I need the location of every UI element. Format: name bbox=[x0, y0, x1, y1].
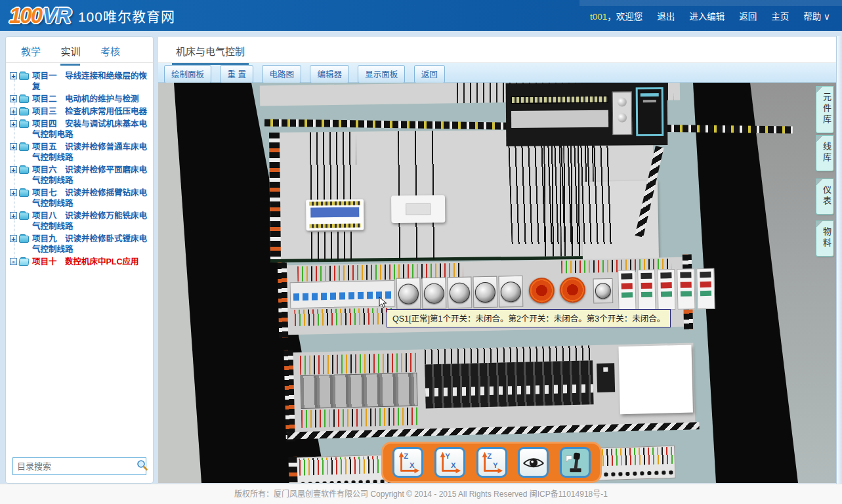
relay-module[interactable] bbox=[657, 269, 675, 310]
view-toolbar: Z X Y X Z Y bbox=[381, 442, 602, 483]
plc-wire-bundle bbox=[508, 146, 615, 244]
nav-home[interactable]: 主页 bbox=[771, 9, 789, 22]
content-tab-row: 机床与电气控制 bbox=[158, 37, 841, 63]
circuit-diagram-button[interactable]: 电路图 bbox=[262, 65, 301, 83]
folder-icon bbox=[19, 144, 29, 151]
expand-icon[interactable]: + bbox=[10, 143, 17, 150]
control-knob[interactable] bbox=[421, 277, 446, 309]
electrical-panel-relays bbox=[285, 343, 696, 435]
expand-icon[interactable]: + bbox=[10, 235, 17, 242]
axis-zx-icon: Z X bbox=[396, 450, 421, 475]
relay-module[interactable] bbox=[618, 270, 636, 311]
view-axis-yx-button[interactable]: Y X bbox=[434, 447, 465, 478]
control-knob[interactable] bbox=[473, 276, 497, 308]
axis-yx-icon: Y X bbox=[437, 450, 462, 475]
side-tab-component-library[interactable]: 元件库 bbox=[816, 86, 833, 133]
sidebar-tabs: 教学 实训 考核 bbox=[6, 37, 153, 63]
top-navigation: t001，欢迎您 退出 进入编辑 返回 主页 帮助 ∨ bbox=[590, 0, 830, 31]
junction-box bbox=[597, 363, 615, 392]
view-eye-button[interactable] bbox=[518, 447, 549, 478]
folder-icon bbox=[19, 167, 29, 174]
control-knob[interactable] bbox=[447, 276, 472, 308]
tab-training[interactable]: 实训 bbox=[60, 44, 80, 66]
side-tab-wire-library[interactable]: 线库 bbox=[816, 135, 833, 171]
content-tab-title[interactable]: 机床与电气控制 bbox=[172, 37, 249, 65]
tree-item-project-6[interactable]: +项目六 识读并检修平面磨床电气控制线路 bbox=[10, 165, 150, 186]
folder-icon bbox=[19, 190, 29, 197]
plc-terminal-bar bbox=[511, 110, 608, 128]
joystick-icon bbox=[563, 450, 588, 475]
svg-text:Z: Z bbox=[487, 452, 492, 460]
relay-bank-gray[interactable] bbox=[300, 373, 417, 409]
plc-module[interactable] bbox=[506, 83, 668, 146]
relay-bank-dark[interactable] bbox=[425, 360, 594, 408]
main-content-panel: 机床与电气控制 绘制面板 重 置 电路图 编辑器 显示面板 返回 bbox=[158, 36, 842, 484]
expand-icon[interactable]: + bbox=[10, 212, 17, 219]
folder-icon bbox=[19, 73, 29, 80]
svg-text:X: X bbox=[451, 461, 456, 469]
collapse-icon[interactable]: - bbox=[10, 258, 17, 265]
plc-power-supply bbox=[612, 91, 633, 135]
editor-button[interactable]: 编辑器 bbox=[310, 65, 349, 83]
emergency-stop-button[interactable] bbox=[559, 277, 585, 303]
sidebar-panel: 教学 实训 考核 +项目一 导线连接和绝缘层的恢复 +项目二 电动机的维护与检测… bbox=[5, 36, 154, 484]
tab-teaching[interactable]: 教学 bbox=[21, 44, 41, 64]
footer: 版权所有：厦门凤凰创壹软件有限公司 Copyright © 2014 - 201… bbox=[0, 484, 842, 504]
tree-item-project-5[interactable]: +项目五 识读并检修普通车床电气控制线路 bbox=[10, 142, 150, 163]
tab-assessment[interactable]: 考核 bbox=[100, 44, 120, 64]
mouse-cursor bbox=[377, 297, 389, 311]
contactor-component[interactable] bbox=[391, 195, 445, 223]
tree-item-project-2[interactable]: +项目二 电动机的维护与检测 bbox=[10, 94, 150, 104]
control-knob[interactable] bbox=[498, 276, 523, 308]
show-panel-button[interactable]: 显示面板 bbox=[358, 65, 405, 83]
nav-logout[interactable]: 退出 bbox=[657, 9, 675, 22]
relay-module[interactable] bbox=[637, 270, 656, 311]
nav-help[interactable]: 帮助 ∨ bbox=[803, 9, 830, 22]
svg-text:Z: Z bbox=[404, 452, 408, 460]
expand-icon[interactable]: + bbox=[10, 120, 17, 127]
plc-drive-unit bbox=[636, 87, 664, 136]
side-tab-materials[interactable]: 物料 bbox=[816, 220, 833, 257]
back-button[interactable]: 返回 bbox=[414, 65, 445, 83]
view-axis-zy-button[interactable]: Z Y bbox=[476, 447, 507, 478]
expand-icon[interactable]: + bbox=[10, 166, 17, 173]
paper-label bbox=[618, 345, 692, 414]
nav-enter-edit[interactable]: 进入编辑 bbox=[689, 9, 725, 22]
folder-icon bbox=[19, 121, 29, 128]
folder-icon bbox=[19, 96, 29, 103]
expand-icon[interactable]: + bbox=[10, 95, 17, 102]
tree-item-project-9[interactable]: +项目九 识读并检修卧式镗床电气控制线路 bbox=[10, 234, 150, 255]
tree-item-project-7[interactable]: +项目七 识读并检修摇臂钻床电气控制线路 bbox=[10, 188, 150, 209]
3d-viewport[interactable]: QS1[正常]第1个开关：未闭合。第2个开关：未闭合。第3个开关：未闭合。 bbox=[158, 83, 841, 483]
tree-item-project-1[interactable]: +项目一 导线连接和绝缘层的恢复 bbox=[10, 71, 150, 92]
tree-item-project-3[interactable]: +项目三 检查机床常用低压电器 bbox=[10, 106, 150, 117]
open-folder-icon bbox=[18, 259, 29, 266]
emergency-stop-button[interactable] bbox=[528, 278, 555, 304]
small-control-knob[interactable] bbox=[593, 278, 613, 304]
logo-vr: VR bbox=[43, 3, 70, 28]
terminal-component[interactable] bbox=[306, 200, 364, 231]
tree-item-project-8[interactable]: +项目八 识读并检修万能铣床电气控制线路 bbox=[10, 211, 150, 232]
search-icon[interactable] bbox=[137, 459, 151, 474]
expand-icon[interactable]: + bbox=[10, 189, 17, 196]
reset-button[interactable]: 重 置 bbox=[220, 65, 253, 83]
nav-back[interactable]: 返回 bbox=[739, 9, 757, 22]
relay-module[interactable] bbox=[696, 268, 715, 310]
view-tool-button[interactable] bbox=[560, 447, 591, 478]
search-input[interactable] bbox=[13, 461, 137, 471]
tree-item-project-4[interactable]: +项目四 安装与调试机床基本电气控制电路 bbox=[10, 119, 150, 140]
svg-text:X: X bbox=[409, 461, 414, 469]
view-axis-zx-button[interactable]: Z X bbox=[392, 447, 423, 478]
project-tree: +项目一 导线连接和绝缘层的恢复 +项目二 电动机的维护与检测 +项目三 检查机… bbox=[6, 63, 153, 267]
relay-module[interactable] bbox=[677, 268, 695, 310]
user-greeting: t001，欢迎您 bbox=[590, 9, 642, 22]
control-knob[interactable] bbox=[396, 278, 421, 310]
catalog-search-box bbox=[12, 457, 146, 475]
expand-icon[interactable]: + bbox=[10, 72, 17, 79]
tree-item-project-10[interactable]: -项目十 数控机床中PLC应用 bbox=[10, 257, 150, 267]
draw-panel-button[interactable]: 绘制面板 bbox=[164, 65, 211, 83]
scrollbar[interactable] bbox=[836, 36, 842, 484]
side-tab-instruments[interactable]: 仪表 bbox=[816, 178, 833, 215]
expand-icon[interactable]: + bbox=[10, 108, 17, 115]
site-title: 100唯尔教育网 bbox=[78, 6, 175, 26]
